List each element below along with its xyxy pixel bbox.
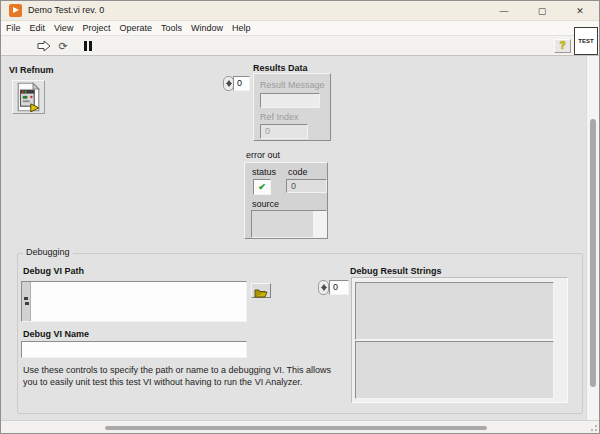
maximize-icon[interactable]: ▢ [523,1,561,20]
close-icon[interactable]: ✕ [561,1,599,20]
toolbar: ⟳ ? [1,35,599,56]
ref-index-field[interactable]: 0 [260,124,308,139]
resize-grip[interactable] [588,422,597,431]
results-data-cluster: Result Message Ref Index 0 [253,73,331,141]
error-status-label: status [252,167,276,177]
debug-vi-path-value[interactable] [33,283,245,320]
pause-icon[interactable] [83,41,93,51]
debug-vi-path-label: Debug VI Path [23,266,84,276]
debug-result-strings-array [351,277,568,403]
debug-vi-path-control[interactable] [21,281,247,322]
vi-refnum-control[interactable] [12,80,45,114]
debug-result-strings-label: Debug Result Strings [350,266,442,276]
path-type-strip[interactable] [22,282,31,321]
ref-index-label: Ref Index [260,112,299,122]
horizontal-scrollbar[interactable] [1,420,599,433]
debug-result-string-1[interactable] [355,341,554,399]
results-data-index[interactable]: 0 [233,76,250,91]
error-code-field[interactable]: 0 [286,179,327,193]
labview-window: Demo Test.vi rev. 0 — ▢ ✕ File Edit View… [0,0,600,434]
browse-button[interactable] [251,283,271,298]
minimize-icon[interactable]: — [485,1,523,20]
error-out-cluster: status ✔ code 0 source [244,162,328,239]
debug-result-strings-index[interactable]: 0 [329,280,349,295]
window-controls: — ▢ ✕ [485,1,599,20]
window-title: Demo Test.vi rev. 0 [28,5,104,15]
result-message-label: Result Message [260,80,325,90]
result-message-field[interactable] [260,93,320,108]
folder-open-icon [254,288,268,298]
labview-play-glyph [13,7,19,13]
menu-edit[interactable]: Edit [30,23,46,33]
error-source-scroll-area [313,211,326,237]
vertical-scrollbar-thumb[interactable] [590,119,596,387]
error-out-label: error out [246,150,280,160]
horizontal-scrollbar-thumb[interactable] [105,426,487,430]
error-source-label: source [252,199,279,209]
debug-vi-name-label: Debug VI Name [23,329,89,339]
menu-window[interactable]: Window [191,23,223,33]
menu-project[interactable]: Project [82,23,110,33]
debugging-label: Debugging [23,247,73,257]
run-continuous-icon[interactable]: ⟳ [56,38,70,54]
menu-file[interactable]: File [6,23,21,33]
debugging-help-text: Use these controls to specify the path o… [23,364,341,388]
run-icon[interactable] [37,40,51,52]
titlebar: Demo Test.vi rev. 0 — ▢ ✕ [1,1,599,20]
menu-tools[interactable]: Tools [161,23,182,33]
error-status-ok-icon[interactable]: ✔ [253,179,271,195]
menu-view[interactable]: View [54,23,73,33]
menu-help[interactable]: Help [232,23,251,33]
menubar: File Edit View Project Operate Tools Win… [1,20,599,35]
path-glyph-icon [24,297,29,306]
debug-result-strings-index-spinner[interactable] [318,280,329,295]
vi-icon[interactable]: TEST [574,27,598,55]
debug-vi-name-field[interactable] [21,341,247,358]
debug-result-string-0[interactable] [355,282,554,340]
menu-operate[interactable]: Operate [119,23,152,33]
vi-refnum-icon [13,81,44,113]
labview-icon [9,4,22,17]
vi-refnum-label: VI Refnum [9,65,54,75]
results-data-label: Results Data [253,63,308,73]
error-code-label: code [288,167,308,177]
vertical-scrollbar[interactable] [586,56,599,421]
vi-icon-label: TEST [578,38,593,44]
context-help-icon[interactable]: ? [554,39,571,53]
